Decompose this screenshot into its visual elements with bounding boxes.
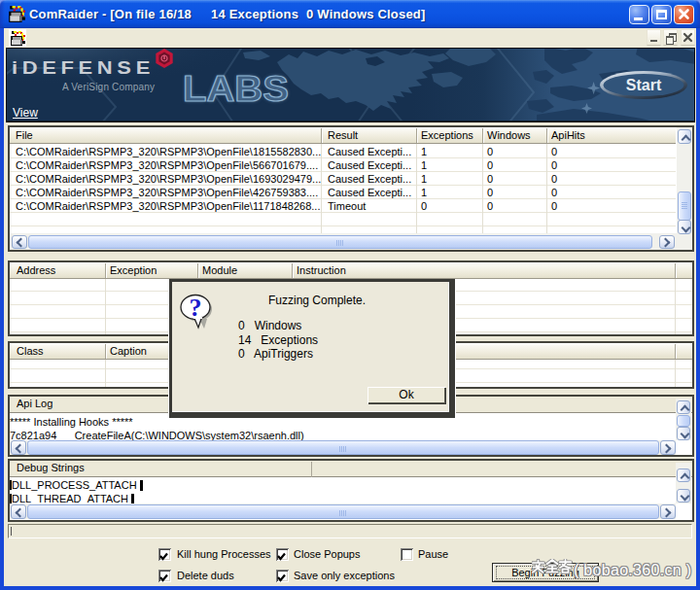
svg-text:?: ? bbox=[190, 294, 202, 322]
svg-text:Start: Start bbox=[626, 77, 662, 93]
